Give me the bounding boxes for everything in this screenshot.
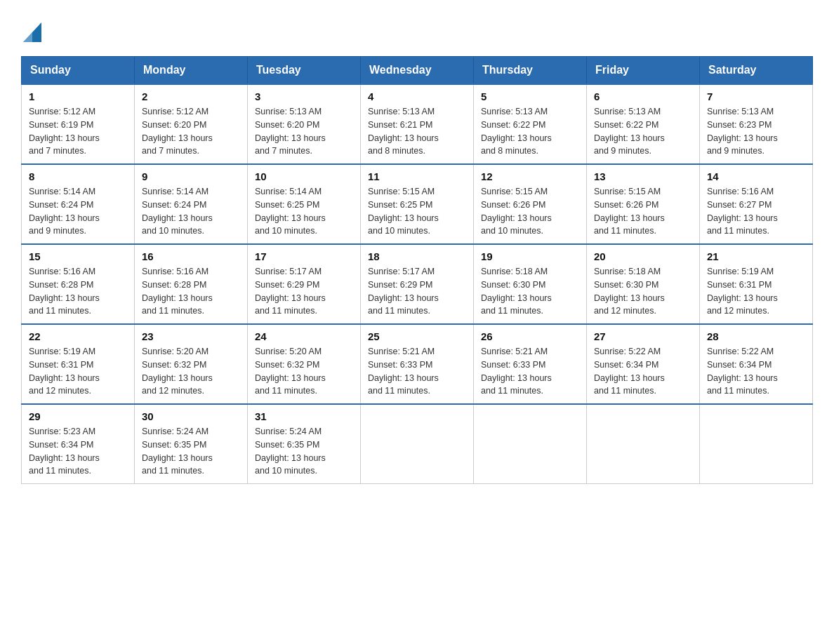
calendar-cell: 18 Sunrise: 5:17 AMSunset: 6:29 PMDaylig… [361, 244, 474, 324]
day-number: 9 [142, 170, 240, 182]
day-number: 7 [707, 90, 805, 102]
day-number: 25 [368, 330, 466, 342]
day-info: Sunrise: 5:23 AMSunset: 6:34 PMDaylight:… [29, 427, 100, 476]
day-number: 6 [594, 90, 692, 102]
day-number: 16 [142, 250, 240, 262]
calendar-header-row: Sunday Monday Tuesday Wednesday Thursday… [22, 57, 813, 85]
day-number: 1 [29, 90, 127, 102]
day-info: Sunrise: 5:16 AMSunset: 6:27 PMDaylight:… [707, 187, 778, 236]
day-number: 8 [29, 170, 127, 182]
calendar-cell: 29 Sunrise: 5:23 AMSunset: 6:34 PMDaylig… [22, 404, 135, 484]
calendar-cell: 11 Sunrise: 5:15 AMSunset: 6:25 PMDaylig… [361, 164, 474, 244]
day-info: Sunrise: 5:15 AMSunset: 6:26 PMDaylight:… [481, 187, 552, 236]
calendar-cell: 16 Sunrise: 5:16 AMSunset: 6:28 PMDaylig… [135, 244, 248, 324]
calendar-cell: 4 Sunrise: 5:13 AMSunset: 6:21 PMDayligh… [361, 84, 474, 164]
day-number: 28 [707, 330, 805, 342]
calendar-cell: 22 Sunrise: 5:19 AMSunset: 6:31 PMDaylig… [22, 324, 135, 404]
calendar-cell [587, 404, 700, 484]
calendar-cell: 28 Sunrise: 5:22 AMSunset: 6:34 PMDaylig… [700, 324, 813, 404]
day-info: Sunrise: 5:18 AMSunset: 6:30 PMDaylight:… [481, 267, 552, 316]
calendar-cell: 24 Sunrise: 5:20 AMSunset: 6:32 PMDaylig… [248, 324, 361, 404]
day-info: Sunrise: 5:17 AMSunset: 6:29 PMDaylight:… [255, 267, 326, 316]
day-number: 27 [594, 330, 692, 342]
day-info: Sunrise: 5:17 AMSunset: 6:29 PMDaylight:… [368, 267, 439, 316]
day-info: Sunrise: 5:16 AMSunset: 6:28 PMDaylight:… [29, 267, 100, 316]
day-number: 17 [255, 250, 353, 262]
calendar-week-row-4: 22 Sunrise: 5:19 AMSunset: 6:31 PMDaylig… [22, 324, 813, 404]
day-info: Sunrise: 5:18 AMSunset: 6:30 PMDaylight:… [594, 267, 665, 316]
day-number: 4 [368, 90, 466, 102]
calendar-cell: 12 Sunrise: 5:15 AMSunset: 6:26 PMDaylig… [474, 164, 587, 244]
svg-marker-1 [23, 32, 32, 42]
calendar-cell: 2 Sunrise: 5:12 AMSunset: 6:20 PMDayligh… [135, 84, 248, 164]
day-info: Sunrise: 5:15 AMSunset: 6:25 PMDaylight:… [368, 187, 439, 236]
day-number: 19 [481, 250, 579, 262]
calendar-cell: 21 Sunrise: 5:19 AMSunset: 6:31 PMDaylig… [700, 244, 813, 324]
day-info: Sunrise: 5:14 AMSunset: 6:25 PMDaylight:… [255, 187, 326, 236]
day-number: 29 [29, 410, 127, 422]
day-number: 3 [255, 90, 353, 102]
header-monday: Monday [135, 57, 248, 85]
calendar-cell: 5 Sunrise: 5:13 AMSunset: 6:22 PMDayligh… [474, 84, 587, 164]
calendar-cell: 20 Sunrise: 5:18 AMSunset: 6:30 PMDaylig… [587, 244, 700, 324]
day-info: Sunrise: 5:12 AMSunset: 6:20 PMDaylight:… [142, 107, 213, 156]
day-info: Sunrise: 5:14 AMSunset: 6:24 PMDaylight:… [142, 187, 213, 236]
calendar-cell: 15 Sunrise: 5:16 AMSunset: 6:28 PMDaylig… [22, 244, 135, 324]
calendar-cell [700, 404, 813, 484]
day-info: Sunrise: 5:24 AMSunset: 6:35 PMDaylight:… [142, 427, 213, 476]
calendar-cell: 10 Sunrise: 5:14 AMSunset: 6:25 PMDaylig… [248, 164, 361, 244]
header-thursday: Thursday [474, 57, 587, 85]
day-number: 23 [142, 330, 240, 342]
logo-triangle-icon [23, 22, 41, 42]
day-info: Sunrise: 5:24 AMSunset: 6:35 PMDaylight:… [255, 427, 326, 476]
calendar-week-row-5: 29 Sunrise: 5:23 AMSunset: 6:34 PMDaylig… [22, 404, 813, 484]
day-number: 26 [481, 330, 579, 342]
day-number: 14 [707, 170, 805, 182]
calendar-cell: 17 Sunrise: 5:17 AMSunset: 6:29 PMDaylig… [248, 244, 361, 324]
calendar-cell: 26 Sunrise: 5:21 AMSunset: 6:33 PMDaylig… [474, 324, 587, 404]
day-info: Sunrise: 5:13 AMSunset: 6:20 PMDaylight:… [255, 107, 326, 156]
calendar-cell: 25 Sunrise: 5:21 AMSunset: 6:33 PMDaylig… [361, 324, 474, 404]
header-friday: Friday [587, 57, 700, 85]
calendar-cell: 31 Sunrise: 5:24 AMSunset: 6:35 PMDaylig… [248, 404, 361, 484]
day-info: Sunrise: 5:14 AMSunset: 6:24 PMDaylight:… [29, 187, 100, 236]
day-number: 5 [481, 90, 579, 102]
calendar-cell: 6 Sunrise: 5:13 AMSunset: 6:22 PMDayligh… [587, 84, 700, 164]
header-wednesday: Wednesday [361, 57, 474, 85]
day-number: 20 [594, 250, 692, 262]
day-number: 21 [707, 250, 805, 262]
calendar-cell: 8 Sunrise: 5:14 AMSunset: 6:24 PMDayligh… [22, 164, 135, 244]
day-info: Sunrise: 5:21 AMSunset: 6:33 PMDaylight:… [481, 347, 552, 396]
calendar-cell: 14 Sunrise: 5:16 AMSunset: 6:27 PMDaylig… [700, 164, 813, 244]
day-number: 24 [255, 330, 353, 342]
calendar-week-row-2: 8 Sunrise: 5:14 AMSunset: 6:24 PMDayligh… [22, 164, 813, 244]
logo [21, 21, 41, 42]
day-info: Sunrise: 5:13 AMSunset: 6:21 PMDaylight:… [368, 107, 439, 156]
day-info: Sunrise: 5:22 AMSunset: 6:34 PMDaylight:… [594, 347, 665, 396]
day-number: 2 [142, 90, 240, 102]
day-info: Sunrise: 5:22 AMSunset: 6:34 PMDaylight:… [707, 347, 778, 396]
day-info: Sunrise: 5:20 AMSunset: 6:32 PMDaylight:… [255, 347, 326, 396]
calendar-cell: 30 Sunrise: 5:24 AMSunset: 6:35 PMDaylig… [135, 404, 248, 484]
calendar-cell: 19 Sunrise: 5:18 AMSunset: 6:30 PMDaylig… [474, 244, 587, 324]
calendar-cell: 27 Sunrise: 5:22 AMSunset: 6:34 PMDaylig… [587, 324, 700, 404]
calendar-cell: 23 Sunrise: 5:20 AMSunset: 6:32 PMDaylig… [135, 324, 248, 404]
calendar-cell [474, 404, 587, 484]
day-info: Sunrise: 5:13 AMSunset: 6:22 PMDaylight:… [594, 107, 665, 156]
day-number: 10 [255, 170, 353, 182]
day-number: 18 [368, 250, 466, 262]
day-number: 12 [481, 170, 579, 182]
day-info: Sunrise: 5:16 AMSunset: 6:28 PMDaylight:… [142, 267, 213, 316]
day-number: 13 [594, 170, 692, 182]
day-info: Sunrise: 5:19 AMSunset: 6:31 PMDaylight:… [29, 347, 100, 396]
day-info: Sunrise: 5:19 AMSunset: 6:31 PMDaylight:… [707, 267, 778, 316]
day-number: 22 [29, 330, 127, 342]
calendar-week-row-3: 15 Sunrise: 5:16 AMSunset: 6:28 PMDaylig… [22, 244, 813, 324]
day-number: 15 [29, 250, 127, 262]
day-info: Sunrise: 5:13 AMSunset: 6:23 PMDaylight:… [707, 107, 778, 156]
day-number: 31 [255, 410, 353, 422]
calendar-table: Sunday Monday Tuesday Wednesday Thursday… [21, 56, 813, 484]
day-number: 11 [368, 170, 466, 182]
header-sunday: Sunday [22, 57, 135, 85]
day-info: Sunrise: 5:15 AMSunset: 6:26 PMDaylight:… [594, 187, 665, 236]
